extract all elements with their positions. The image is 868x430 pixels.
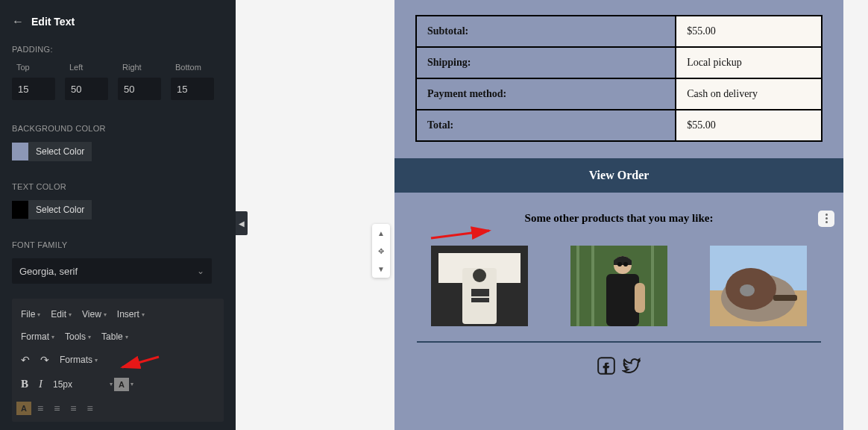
fontfamily-label: FONT FAMILY xyxy=(12,240,224,249)
align-center-icon[interactable]: ≡ xyxy=(49,399,64,417)
align-right-icon[interactable]: ≡ xyxy=(66,399,81,417)
menu-table[interactable]: Table▾ xyxy=(97,328,133,345)
pad-bottom-input[interactable] xyxy=(171,78,214,100)
text-color-a-button[interactable]: A xyxy=(114,378,129,391)
view-order-button[interactable]: View Order xyxy=(394,158,843,193)
bold-button[interactable]: B xyxy=(16,375,33,393)
table-row: Shipping:Local pickup xyxy=(416,47,822,78)
svg-point-13 xyxy=(623,262,628,267)
fontfamily-value: Georgia, serif xyxy=(19,266,78,277)
fontsize-input[interactable] xyxy=(48,376,108,393)
bgcolor-swatch xyxy=(12,143,28,161)
suggested-products-heading[interactable]: Some other products that you may like: xyxy=(394,200,843,237)
padding-label: PADDING: xyxy=(12,45,224,54)
email-preview: ▲ ✥ ▼ Subtotal:$55.00 Shipping:Local pic… xyxy=(394,0,843,430)
italic-button[interactable]: I xyxy=(34,375,47,393)
svg-rect-4 xyxy=(471,298,489,302)
rich-text-toolbar: File▾ Edit▾ View▾ Insert▾ Format▾ Tools▾… xyxy=(12,299,224,422)
formats-dropdown[interactable]: Formats▾ xyxy=(55,352,102,368)
bgcolor-label: BACKGROUND COLOR xyxy=(12,124,224,133)
svg-rect-19 xyxy=(773,295,797,301)
pad-right-label: Right xyxy=(118,63,171,72)
block-options-button[interactable] xyxy=(818,211,834,227)
undo-icon[interactable]: ↶ xyxy=(16,351,34,369)
fontsize-chev[interactable]: ▾ xyxy=(110,381,113,387)
menu-file[interactable]: File▾ xyxy=(16,306,45,322)
svg-rect-3 xyxy=(471,289,489,296)
textcolor-swatch xyxy=(12,201,28,219)
table-row: Total:$55.00 xyxy=(416,110,822,141)
fontfamily-select[interactable]: Georgia, serif ⌄ xyxy=(12,258,212,284)
block-reorder-controls: ▲ ✥ ▼ xyxy=(372,224,390,278)
highlight-a-button[interactable]: A xyxy=(16,402,31,415)
menu-tools[interactable]: Tools▾ xyxy=(60,328,95,345)
pad-bottom-label: Bottom xyxy=(171,63,224,72)
textcolor-button[interactable]: Select Color xyxy=(28,200,92,219)
pad-left-label: Left xyxy=(65,63,118,72)
twitter-icon[interactable] xyxy=(622,356,641,376)
menu-format[interactable]: Format▾ xyxy=(16,328,59,345)
panel-title: Edit Text xyxy=(31,16,75,28)
product-thumbnail[interactable] xyxy=(431,246,528,326)
menu-insert[interactable]: Insert▾ xyxy=(113,306,149,322)
order-summary-table: Subtotal:$55.00 Shipping:Local pickup Pa… xyxy=(415,15,823,142)
pad-top-label: Top xyxy=(12,63,65,72)
product-thumbnail[interactable] xyxy=(570,246,667,326)
chevron-down-icon: ⌄ xyxy=(197,266,204,276)
table-row: Subtotal:$55.00 xyxy=(416,16,822,47)
align-justify-icon[interactable]: ≡ xyxy=(83,399,98,417)
facebook-icon[interactable] xyxy=(597,356,616,376)
svg-point-12 xyxy=(617,262,622,267)
sidebar-collapse-tab[interactable]: ◀ xyxy=(236,211,248,235)
move-up-button[interactable]: ▲ xyxy=(372,224,390,242)
menu-edit[interactable]: Edit▾ xyxy=(46,306,76,322)
move-down-button[interactable]: ▼ xyxy=(372,260,390,278)
svg-point-5 xyxy=(473,269,486,282)
product-thumbnail[interactable] xyxy=(710,246,807,326)
pad-top-input[interactable] xyxy=(12,78,55,100)
align-left-icon[interactable]: ≡ xyxy=(33,399,48,417)
move-handle-icon[interactable]: ✥ xyxy=(372,242,390,260)
menu-view[interactable]: View▾ xyxy=(78,306,111,322)
back-arrow-icon[interactable]: ← xyxy=(12,15,24,28)
redo-icon[interactable]: ↷ xyxy=(36,351,54,369)
svg-rect-10 xyxy=(606,274,639,326)
text-color-chev[interactable]: ▾ xyxy=(130,381,133,387)
pad-right-input[interactable] xyxy=(118,78,161,100)
chevron-left-icon: ◀ xyxy=(239,219,245,228)
pad-left-input[interactable] xyxy=(65,78,108,100)
svg-rect-14 xyxy=(635,283,645,313)
table-row: Payment method:Cash on delivery xyxy=(416,78,822,110)
textcolor-label: TEXT COLOR xyxy=(12,182,224,191)
svg-point-20 xyxy=(740,284,755,296)
bgcolor-button[interactable]: Select Color xyxy=(28,142,92,161)
